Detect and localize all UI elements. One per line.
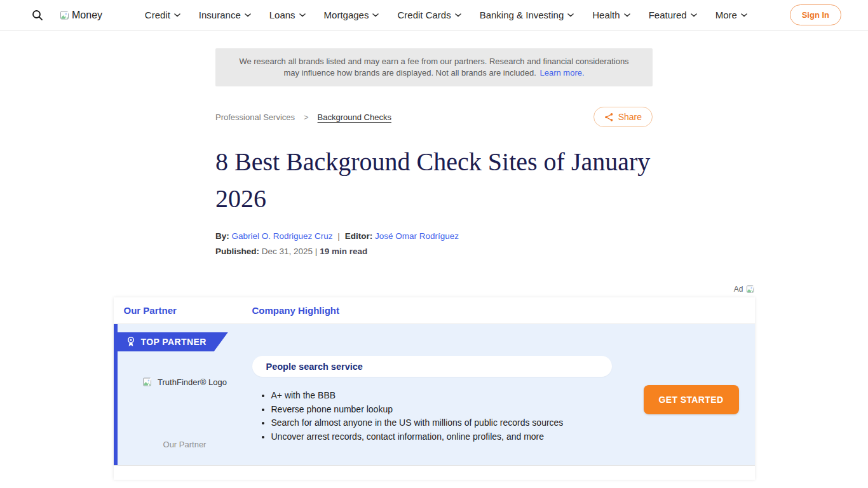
breadcrumb-row: Professional Services > Background Check…	[215, 107, 653, 127]
chevron-down-icon	[624, 13, 630, 17]
highlight-bullet: Search for almost anyone in the US with …	[271, 416, 612, 430]
top-partner-ribbon: TOP PARTNER	[118, 332, 228, 351]
card-header-row: Our Partner Company Highlight	[114, 297, 755, 324]
nav-item-label: Insurance	[199, 10, 241, 20]
company-highlight-cell: People search service A+ with the BBB Re…	[252, 356, 612, 444]
search-icon	[32, 10, 43, 21]
partner-comparison-card: Our Partner Company Highlight TOP PARTNE…	[114, 297, 755, 480]
nav-item-mortgages[interactable]: Mortgages	[324, 10, 379, 20]
byline-separator: |	[337, 231, 340, 241]
share-button[interactable]: Share	[593, 107, 653, 127]
nav-item-label: Featured	[649, 10, 687, 20]
main-nav: Credit Insurance Loans Mortgages Credit …	[145, 10, 747, 20]
editor-link[interactable]: José Omar Rodríguez	[375, 231, 459, 241]
published-label: Published:	[215, 247, 259, 256]
nav-item-more[interactable]: More	[715, 10, 747, 20]
chevron-down-icon	[691, 13, 697, 17]
read-time: 19 min read	[320, 247, 367, 256]
service-type-pill: People search service	[252, 356, 612, 377]
breadcrumb-parent-link[interactable]: Professional Services	[215, 112, 295, 122]
get-started-button[interactable]: GET STARTED	[644, 385, 739, 414]
published-date: Dec 31, 2025	[262, 247, 313, 256]
ad-disclosure: Ad	[114, 284, 755, 294]
learn-more-link[interactable]: Learn more.	[539, 68, 584, 78]
chevron-down-icon	[455, 13, 461, 17]
author-link[interactable]: Gabriel O. Rodriguez Cruz	[232, 231, 333, 241]
by-label: By:	[215, 231, 229, 241]
nav-item-featured[interactable]: Featured	[649, 10, 697, 20]
chevron-down-icon	[741, 13, 747, 17]
published-line: Published: Dec 31, 2025 | 19 min read	[215, 247, 653, 256]
advertiser-disclaimer: We research all brands listed and may ea…	[215, 48, 653, 86]
logo-alt-text: Money	[72, 10, 102, 21]
highlight-bullet-list: A+ with the BBB Reverse phone number loo…	[271, 389, 612, 444]
partner-logo-alt-text: TruthFinder® Logo	[158, 377, 227, 387]
breadcrumb-current-link[interactable]: Background Checks	[318, 112, 391, 122]
award-ribbon-icon	[126, 336, 135, 348]
broken-image-icon	[746, 285, 755, 294]
top-navigation-bar: Money Credit Insurance Loans Mortgages C…	[0, 0, 868, 30]
nav-item-banking-investing[interactable]: Banking & Investing	[480, 10, 574, 20]
nav-item-credit-cards[interactable]: Credit Cards	[397, 10, 461, 20]
editor-label: Editor:	[345, 231, 373, 241]
chevron-down-icon	[372, 13, 379, 17]
nav-item-insurance[interactable]: Insurance	[199, 10, 251, 20]
nav-item-label: Mortgages	[324, 10, 369, 20]
page-title: 8 Best Background Check Sites of January…	[215, 144, 653, 217]
breadcrumb-separator: >	[304, 112, 309, 122]
sign-in-button[interactable]: Sign In	[790, 4, 841, 25]
nav-item-label: Health	[592, 10, 620, 20]
top-partner-label: TOP PARTNER	[141, 337, 207, 347]
chevron-down-icon	[567, 13, 574, 17]
nav-item-label: Loans	[269, 10, 295, 20]
partner-caption: Our Partner	[118, 440, 252, 449]
search-button[interactable]	[32, 10, 43, 21]
next-partner-row-partial	[114, 465, 755, 480]
nav-item-credit[interactable]: Credit	[145, 10, 180, 20]
chevron-down-icon	[299, 13, 306, 17]
breadcrumb: Professional Services > Background Check…	[215, 112, 391, 122]
nav-item-label: More	[715, 10, 737, 20]
highlight-bullet: A+ with the BBB	[271, 389, 612, 403]
nav-item-label: Banking & Investing	[480, 10, 564, 20]
broken-image-icon	[60, 10, 70, 20]
chevron-down-icon	[245, 13, 251, 17]
nav-item-label: Credit Cards	[397, 10, 451, 20]
published-separator: |	[315, 247, 318, 256]
top-partner-row: TOP PARTNER TruthFinder® Logo Our Partne…	[114, 324, 755, 465]
nav-item-loans[interactable]: Loans	[269, 10, 306, 20]
partner-logo[interactable]: TruthFinder® Logo	[118, 377, 252, 387]
nav-item-label: Credit	[145, 10, 170, 20]
broken-image-icon	[142, 377, 153, 387]
share-icon	[604, 112, 614, 122]
our-partner-column-header: Our Partner	[124, 305, 177, 316]
share-label: Share	[618, 112, 642, 122]
highlight-bullet: Uncover arrest records, contact informat…	[271, 430, 612, 444]
chevron-down-icon	[174, 13, 180, 17]
byline: By: Gabriel O. Rodriguez Cruz | Editor: …	[215, 231, 653, 241]
nav-item-health[interactable]: Health	[592, 10, 630, 20]
money-logo[interactable]: Money	[60, 10, 102, 21]
highlight-bullet: Reverse phone number lookup	[271, 403, 612, 417]
ad-label: Ad	[734, 285, 743, 294]
company-highlight-column-header: Company Highlight	[252, 305, 340, 316]
